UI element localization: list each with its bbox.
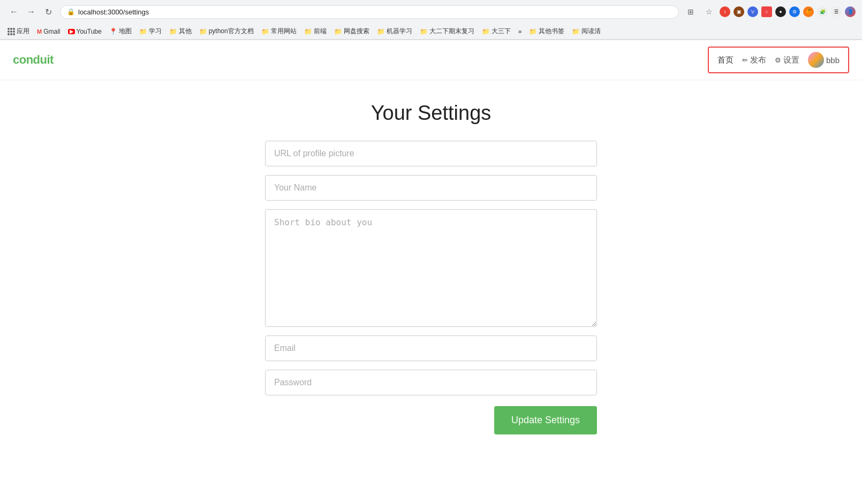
ext-icon-8[interactable]: 🧩 — [817, 6, 828, 17]
jiqixuexi-label: 机器学习 — [387, 27, 412, 36]
username-label: bbb — [826, 56, 840, 65]
edit-icon: ✏ — [742, 56, 748, 64]
app-container: conduit 首页 ✏ 发布 ⚙ 设置 bbb Your Settings — [0, 40, 862, 434]
dasan-label: 大三下 — [492, 27, 511, 36]
bookmark-yueduyuan[interactable]: 📁 阅读清 — [569, 25, 604, 37]
qianduan-label: 前端 — [314, 27, 327, 36]
wangpan-label: 网盘搜索 — [344, 27, 369, 36]
update-settings-button[interactable]: Update Settings — [494, 406, 597, 434]
ext-icon-9[interactable]: ☰ — [831, 6, 842, 17]
folder-icon-8: 📁 — [420, 28, 428, 35]
nav-home-link[interactable]: 首页 — [717, 55, 734, 65]
translate-icon[interactable]: ⊞ — [683, 4, 698, 19]
yueduyuan-label: 阅读清 — [581, 27, 601, 36]
bookmark-changyong[interactable]: 📁 常用网站 — [258, 25, 300, 37]
nav-publish-link[interactable]: ✏ 发布 — [742, 55, 766, 65]
ext-icon-2[interactable]: ▣ — [734, 6, 744, 17]
ext-icon-6[interactable]: ⚙ — [789, 6, 800, 17]
forward-button[interactable]: → — [24, 4, 39, 19]
folder-icon-9: 📁 — [482, 28, 490, 35]
submit-row: Update Settings — [265, 406, 597, 434]
folder-icon-7: 📁 — [377, 28, 385, 35]
gmail-icon: M — [37, 28, 42, 35]
browser-nav-buttons: ← → ↻ — [6, 4, 56, 19]
avatar — [808, 52, 824, 68]
email-input[interactable] — [265, 335, 597, 361]
url-text: localhost:3000/settings — [78, 8, 672, 16]
nav-user-link[interactable]: bbb — [808, 52, 840, 68]
bookmark-dasan[interactable]: 📁 大三下 — [479, 25, 514, 37]
page-title: Your Settings — [265, 102, 597, 125]
qitashujian-label: 其他书签 — [539, 27, 564, 36]
password-input[interactable] — [265, 370, 597, 395]
folder-icon-10: 📁 — [529, 28, 537, 35]
ext-icon-3[interactable]: V — [747, 6, 758, 17]
maps-label: 地图 — [119, 27, 132, 36]
bookmark-qitashujian[interactable]: 📁 其他书签 — [526, 25, 568, 37]
fuxi-label: 大二下期末复习 — [429, 27, 474, 36]
xuexi-label: 学习 — [149, 27, 162, 36]
name-input[interactable] — [265, 175, 597, 201]
back-button[interactable]: ← — [6, 4, 21, 19]
browser-titlebar: ← → ↻ 🔒 localhost:3000/settings ⊞ ☆ ! ▣ … — [0, 0, 862, 24]
refresh-button[interactable]: ↻ — [41, 4, 56, 19]
bio-textarea[interactable] — [265, 209, 597, 327]
folder-icon-4: 📁 — [261, 28, 269, 35]
ext-icon-1[interactable]: ! — [720, 6, 730, 17]
folder-icon-11: 📁 — [572, 28, 580, 35]
bookmark-python[interactable]: 📁 python官方文档 — [196, 25, 257, 37]
publish-label: 发布 — [750, 55, 766, 65]
app-header: conduit 首页 ✏ 发布 ⚙ 设置 bbb — [0, 40, 862, 80]
gear-icon: ⚙ — [775, 56, 781, 64]
python-label: python官方文档 — [209, 27, 254, 36]
bookmark-maps[interactable]: 📍 地图 — [106, 25, 135, 37]
bookmarks-bar: 应用 M Gmail ▶ YouTube 📍 地图 📁 学习 📁 其他 📁 py… — [0, 24, 862, 40]
bookmark-qianduan[interactable]: 📁 前端 — [301, 25, 330, 37]
settings-form: Update Settings — [265, 141, 597, 434]
browser-actions: ⊞ ☆ ! ▣ V ○ ● ⚙ 🍊 🧩 ☰ 👤 — [683, 4, 856, 19]
bookmark-apps[interactable]: 应用 — [4, 25, 33, 37]
ext-icon-4[interactable]: ○ — [761, 6, 772, 17]
youtube-icon: ▶ — [68, 29, 75, 34]
browser-chrome: ← → ↻ 🔒 localhost:3000/settings ⊞ ☆ ! ▣ … — [0, 0, 862, 40]
changyong-label: 常用网站 — [271, 27, 297, 36]
maps-icon: 📍 — [109, 28, 117, 35]
more-label: » — [518, 28, 522, 35]
header-nav: 首页 ✏ 发布 ⚙ 设置 bbb — [708, 47, 849, 73]
home-label: 首页 — [717, 55, 734, 65]
lock-icon: 🔒 — [67, 8, 75, 16]
bookmark-fuxi[interactable]: 📁 大二下期末复习 — [417, 25, 478, 37]
folder-icon-5: 📁 — [304, 28, 312, 35]
ext-icon-7[interactable]: 🍊 — [803, 6, 814, 17]
bookmark-xuexi[interactable]: 📁 学习 — [136, 25, 165, 37]
folder-icon-6: 📁 — [334, 28, 342, 35]
folder-icon-1: 📁 — [139, 28, 147, 35]
profile-picture-input[interactable] — [265, 141, 597, 166]
bookmark-youtube[interactable]: ▶ YouTube — [65, 26, 105, 37]
ext-icon-5[interactable]: ● — [775, 6, 786, 17]
bookmark-jiqixuexi[interactable]: 📁 机器学习 — [374, 25, 415, 37]
bookmark-wangpan[interactable]: 📁 网盘搜索 — [331, 25, 373, 37]
bookmark-qita[interactable]: 📁 其他 — [166, 25, 195, 37]
youtube-label: YouTube — [77, 28, 102, 35]
apps-label: 应用 — [17, 27, 29, 36]
gmail-label: Gmail — [43, 28, 60, 35]
bookmark-icon[interactable]: ☆ — [701, 4, 716, 19]
app-logo[interactable]: conduit — [13, 53, 54, 67]
folder-icon-2: 📁 — [169, 28, 177, 35]
apps-grid-icon — [7, 28, 15, 35]
main-content: Your Settings Update Settings — [254, 102, 608, 434]
qita-label: 其他 — [179, 27, 192, 36]
bookmark-more[interactable]: » — [515, 26, 525, 37]
bookmark-gmail[interactable]: M Gmail — [34, 26, 64, 37]
folder-icon-3: 📁 — [199, 28, 207, 35]
nav-settings-link[interactable]: ⚙ 设置 — [775, 55, 799, 65]
address-bar[interactable]: 🔒 localhost:3000/settings — [60, 5, 679, 19]
profile-icon[interactable]: 👤 — [845, 6, 856, 17]
settings-label: 设置 — [783, 55, 799, 65]
